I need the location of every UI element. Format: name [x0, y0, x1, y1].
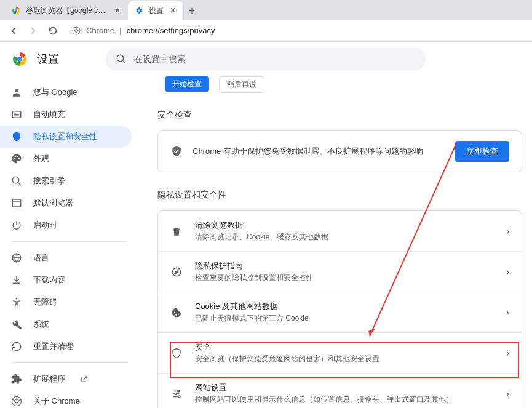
row-title: 网站设置 [195, 382, 494, 393]
svg-point-3 [15, 9, 17, 12]
gear-icon [134, 6, 144, 15]
banner-partial: 开始检查 稍后再说 [157, 76, 522, 92]
svg-point-12 [12, 177, 19, 183]
sidebar-item-person[interactable]: 您与 Google [0, 81, 132, 103]
svg-point-10 [15, 89, 18, 92]
banner-primary-button[interactable]: 开始检查 [165, 76, 209, 92]
sidebar-item-label: 无障碍 [33, 297, 57, 308]
address-input[interactable]: Chrome | chrome://settings/privacy [64, 22, 527, 39]
back-button[interactable] [5, 22, 22, 39]
chrome-site-icon [71, 26, 81, 36]
main-content: 开始检查 稍后再说 安全检查 Chrome 有助于保护您免受数据泄露、不良扩展程… [139, 76, 532, 408]
sidebar-item-label: 自动填充 [33, 109, 65, 120]
browser-icon [11, 198, 22, 209]
divider [12, 241, 127, 242]
search-icon [11, 175, 22, 186]
sidebar-item-wrench[interactable]: 系统 [0, 313, 132, 335]
sidebar-item-label: 重置并清理 [33, 341, 73, 352]
palette-icon [11, 153, 22, 164]
new-tab-button[interactable]: + [183, 2, 200, 20]
row-subtitle: 清除浏览记录、Cookie、缓存及其他数据 [195, 232, 494, 242]
sidebar-item-shield[interactable]: 隐私设置和安全性 [0, 126, 132, 148]
privacy-row-compass[interactable]: 隐私保护指南检查重要的隐私控制设置和安全控件› [158, 251, 522, 292]
sidebar-item-download[interactable]: 下载内容 [0, 269, 132, 291]
row-title: 清除浏览数据 [195, 220, 494, 231]
sidebar-item-power[interactable]: 启动时 [0, 214, 132, 236]
chevron-right-icon: › [506, 226, 509, 237]
check-now-button[interactable]: 立即检查 [455, 141, 509, 162]
privacy-row-tune[interactable]: 网站设置控制网站可以使用和显示什么信息（如位置信息、摄像头、弹出式窗口及其他）› [158, 373, 522, 408]
tab-google-chrome[interactable]: 谷歌浏览器【google chrome】 ✕ [5, 1, 128, 20]
sidebar-item-label: 隐私设置和安全性 [33, 131, 97, 142]
person-icon [11, 87, 22, 98]
svg-point-9 [117, 55, 124, 62]
compass-icon [170, 266, 183, 278]
tab-settings[interactable]: 设置 ✕ [128, 1, 183, 20]
svg-point-20 [175, 393, 177, 394]
row-subtitle: 已阻止无痕模式下的第三方 Cookie [195, 313, 494, 324]
sidebar-item-globe[interactable]: 语言 [0, 247, 132, 269]
trash-icon [170, 225, 183, 238]
security-check-card: Chrome 有助于保护您免受数据泄露、不良扩展程序等问题的影响 立即检查 [157, 130, 522, 172]
sidebar-item-autofill[interactable]: 自动填充 [0, 103, 132, 126]
section-title-check: 安全检查 [157, 110, 522, 121]
svg-point-17 [15, 399, 18, 403]
sidebar-item-extension[interactable]: 扩展程序 [0, 368, 132, 390]
row-subtitle: 检查重要的隐私控制设置和安全控件 [195, 273, 494, 283]
privacy-row-trash[interactable]: 清除浏览数据清除浏览记录、Cookie、缓存及其他数据› [158, 211, 522, 251]
page-title: 设置 [37, 52, 59, 66]
reload-button[interactable] [44, 22, 62, 39]
chrome-icon [11, 6, 21, 15]
privacy-row-security[interactable]: 安全安全浏览（保护您免受危险网站的侵害）和其他安全设置› [158, 332, 522, 373]
shield-icon [11, 131, 22, 142]
url-path: chrome://settings/privacy [127, 26, 215, 35]
row-subtitle: 控制网站可以使用和显示什么信息（如位置信息、摄像头、弹出式窗口及其他） [195, 394, 494, 405]
tab-title: 设置 [149, 6, 164, 16]
close-icon[interactable]: ✕ [113, 6, 122, 15]
shield-check-icon [170, 145, 183, 158]
sidebar-item-browser[interactable]: 默认浏览器 [0, 192, 132, 214]
wrench-icon [11, 319, 22, 330]
power-icon [11, 220, 22, 231]
tab-bar: 谷歌浏览器【google chrome】 ✕ 设置 ✕ + [0, 0, 532, 20]
chrome-icon [11, 396, 22, 407]
sidebar-item-label: 下载内容 [33, 274, 65, 286]
check-text: Chrome 有助于保护您免受数据泄露、不良扩展程序等问题的影响 [193, 146, 445, 157]
banner-secondary-button[interactable]: 稍后再说 [219, 76, 264, 93]
sidebar-item-label: 语言 [33, 252, 49, 263]
sidebar-item-label: 搜索引擎 [33, 175, 65, 186]
page-header: 设置 [0, 42, 532, 76]
privacy-row-cookie[interactable]: Cookie 及其他网站数据已阻止无痕模式下的第三方 Cookie› [158, 292, 522, 332]
accessibility-icon [11, 297, 22, 308]
sidebar-item-label: 外观 [33, 153, 49, 164]
sidebar-item-palette[interactable]: 外观 [0, 148, 132, 170]
sidebar-item-accessibility[interactable]: 无障碍 [0, 291, 132, 313]
close-icon[interactable]: ✕ [169, 6, 177, 15]
globe-icon [11, 252, 22, 263]
sidebar-item-label: 扩展程序 [33, 374, 65, 385]
sidebar-item-label: 启动时 [33, 220, 57, 231]
svg-point-21 [178, 396, 180, 398]
sidebar-item-reset[interactable]: 重置并清理 [0, 335, 132, 358]
cookie-icon [170, 306, 183, 319]
sidebar-item-chrome[interactable]: 关于 Chrome [0, 390, 132, 408]
row-title: 安全 [195, 342, 494, 353]
sidebar-item-label: 系统 [33, 319, 49, 330]
sidebar-item-label: 您与 Google [33, 87, 77, 98]
row-subtitle: 安全浏览（保护您免受危险网站的侵害）和其他安全设置 [195, 354, 494, 364]
svg-point-19 [178, 390, 180, 392]
address-bar: Chrome | chrome://settings/privacy [0, 20, 532, 42]
security-icon [170, 347, 183, 359]
forward-button[interactable] [25, 22, 42, 39]
chrome-logo-icon [12, 52, 27, 66]
search-box[interactable] [106, 48, 426, 70]
tune-icon [170, 388, 183, 400]
sidebar-item-search[interactable]: 搜索引擎 [0, 170, 132, 192]
svg-point-15 [16, 298, 18, 300]
sidebar-item-label: 关于 Chrome [33, 396, 80, 407]
download-icon [11, 274, 22, 286]
reset-icon [11, 341, 22, 352]
chevron-right-icon: › [506, 388, 509, 399]
search-input[interactable] [134, 54, 416, 64]
tab-title: 谷歌浏览器【google chrome】 [26, 6, 108, 16]
